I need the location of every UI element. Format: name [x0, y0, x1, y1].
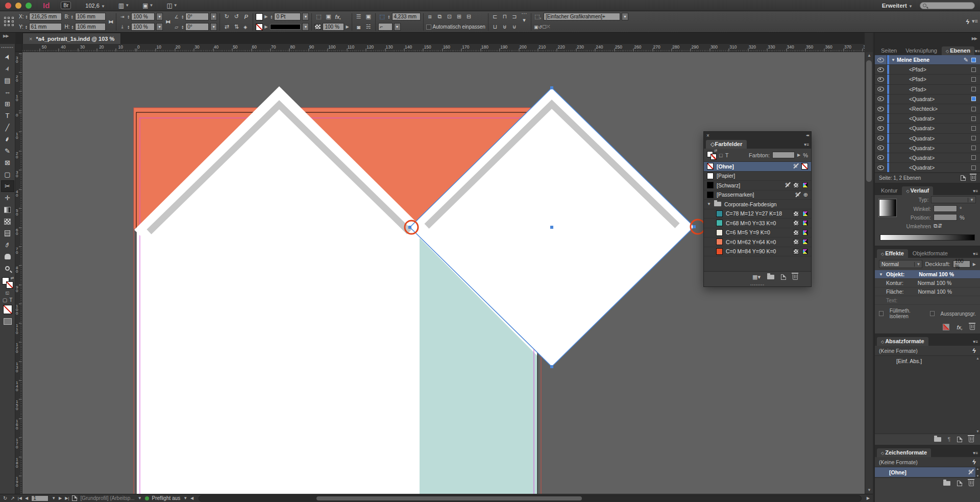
reference-point-proxy[interactable] — [4, 17, 14, 27]
new-style-group-icon[interactable] — [934, 437, 941, 442]
preflight-status-label[interactable]: Preflight aus — [152, 495, 181, 501]
effects-menu-icon[interactable]: fx, — [334, 14, 342, 20]
new-swatch-icon[interactable] — [781, 274, 786, 280]
layer-selection-square[interactable] — [971, 155, 976, 160]
folder-expand-icon[interactable]: ▼ — [707, 202, 711, 206]
visibility-toggle[interactable] — [875, 65, 887, 74]
corner-radius-field[interactable]: 4,233 mm — [392, 13, 421, 20]
width-field[interactable]: 106 mm — [75, 13, 106, 20]
wrap-none-icon[interactable]: ☰ — [355, 13, 363, 20]
fit-content-to-frame-icon[interactable]: ⧈ — [426, 13, 434, 20]
align-right-icon[interactable]: ⊐ — [510, 13, 519, 20]
constrain-scale-link-icon[interactable]: ⧓ — [165, 19, 170, 25]
layer-row[interactable]: ▼ <Quadrat> ✎ — [875, 134, 980, 144]
new-style-group-icon[interactable] — [943, 481, 950, 486]
visibility-toggle[interactable] — [875, 163, 887, 172]
visibility-toggle[interactable] — [875, 114, 887, 123]
reverse-gradient-icon[interactable]: ⧉⇵ — [934, 223, 942, 229]
scroll-down-icon[interactable]: ▼ — [865, 487, 873, 494]
note-tool[interactable] — [1, 227, 14, 239]
formatting-affects-container-icon[interactable]: □ — [719, 152, 723, 158]
collapse-panel-icon[interactable]: ◂◂ — [806, 133, 808, 137]
stroke-weight-field[interactable]: 0 Pt — [274, 13, 301, 20]
screen-mode-button[interactable] — [4, 318, 12, 325]
layer-selection-square[interactable] — [971, 87, 976, 91]
hand-tool[interactable] — [1, 251, 14, 262]
quick-apply-icon[interactable]: ϟ — [972, 347, 976, 354]
gap-tool[interactable]: ⇔ — [1, 86, 14, 98]
previous-page-icon[interactable]: ◀ — [25, 496, 28, 500]
delete-layer-icon[interactable] — [971, 175, 976, 181]
effects-panel-menu-icon[interactable]: ▾≡ — [973, 251, 978, 258]
wrap-object-shape-icon[interactable]: ◙ — [355, 24, 363, 30]
quick-apply-icon[interactable]: ϟ — [966, 18, 969, 26]
preflight-profile-label[interactable]: [Grundprofil] (Arbeitsp... — [80, 495, 134, 501]
swatch-row[interactable]: ▼ [Schwarz] ✎ ⊕ — [704, 181, 811, 190]
control-panel-menu-icon[interactable]: ▾≡ — [972, 18, 978, 26]
scroll-up-icon[interactable]: ▲ — [865, 52, 873, 59]
rectangle-tool[interactable]: ▢ — [1, 169, 14, 180]
anchor-bottom[interactable] — [550, 365, 553, 368]
share-icon[interactable]: ↗ — [10, 495, 14, 501]
add-effect-icon[interactable]: fx, — [957, 324, 963, 330]
rotate-ccw-icon[interactable]: ↺ — [232, 13, 240, 20]
layer-row[interactable]: ▼ Meine Ebene ✎ — [875, 55, 980, 65]
layer-row[interactable]: ▼ <Pfad> ✎ — [875, 75, 980, 84]
layer-row[interactable]: ▼ <Quadrat> ✎ — [875, 144, 980, 153]
layer-selection-square[interactable] — [971, 107, 976, 111]
fill-stroke-proxy[interactable]: ⇄ — [2, 277, 13, 289]
rotation-dropdown[interactable]: ▼ — [210, 13, 217, 20]
scroll-down-icon[interactable]: ▼ — [976, 429, 979, 433]
stroke-weight-dropdown[interactable]: ▼ — [302, 13, 309, 20]
layer-selection-square[interactable] — [971, 165, 976, 170]
close-panel-icon[interactable]: × — [706, 133, 709, 138]
flip-horizontal-icon[interactable]: ⇄ — [223, 23, 231, 30]
new-layer-icon[interactable] — [961, 175, 966, 181]
effects-target-row[interactable]: ▼ Kontur: Normal 100 % — [875, 279, 980, 288]
last-page-icon[interactable]: ▶| — [65, 496, 69, 500]
screen-mode-dropdown[interactable]: ▣▼ — [142, 2, 153, 9]
swatch-row[interactable]: ▼ C=78 M=12 Y=27 K=18 ✎ ⊕ — [704, 209, 811, 219]
opacity-arrow-icon[interactable]: ▶ — [973, 262, 976, 267]
visibility-toggle[interactable] — [875, 94, 887, 104]
swap-fill-stroke-icon[interactable]: ⇄ — [11, 276, 14, 280]
layer-row[interactable]: ▼ <Rechteck> ✎ — [875, 104, 980, 114]
rectangle-frame-tool[interactable]: ⊠ — [1, 157, 14, 169]
corner-shape-icon[interactable]: ⬚ — [378, 13, 386, 20]
scroll-up-icon[interactable]: ▲ — [976, 356, 979, 360]
profile-dropdown-icon[interactable]: ▼ — [138, 496, 142, 500]
scissors-tool[interactable]: ✂ — [1, 180, 14, 192]
opacity-field[interactable]: 100 % — [323, 23, 344, 31]
style-override-icon[interactable]: ▣↺ — [534, 25, 541, 30]
vertical-scroll-thumb[interactable] — [866, 60, 872, 182]
shear-dropdown[interactable]: ▼ — [210, 23, 217, 31]
new-style-icon[interactable] — [957, 437, 962, 442]
delete-style-icon[interactable] — [969, 437, 974, 442]
gradient-thumbnail[interactable] — [879, 199, 896, 217]
fill-swatch-arrow-icon[interactable]: ▶ — [264, 14, 267, 19]
paragraph-styles-menu-icon[interactable]: ▾≡ — [973, 339, 978, 346]
ruler-origin-corner[interactable] — [15, 44, 22, 52]
scale-y-field[interactable]: 100 % — [131, 23, 155, 31]
y-position-field[interactable]: 61 mm — [29, 23, 62, 31]
default-fill-stroke-icon[interactable]: ◱ — [6, 291, 10, 295]
sync-settings-icon[interactable]: ↻ — [3, 495, 7, 501]
formatting-affects-text-icon[interactable]: T — [725, 152, 729, 158]
tab-gradient[interactable]: ◇Verlauf — [902, 186, 933, 195]
corner-options-icon[interactable]: ⬚ — [314, 13, 323, 20]
effects-target-row[interactable]: ▼ Fläche: Normal 100 % — [875, 288, 980, 296]
pilcrow-icon[interactable]: ¶ — [948, 437, 950, 442]
visibility-toggle[interactable] — [875, 85, 887, 94]
visibility-toggle[interactable] — [875, 153, 887, 162]
height-field[interactable]: 106 mm — [75, 23, 106, 31]
gradient-feather-tool[interactable] — [1, 216, 14, 227]
swatch-row[interactable]: ▼ C=0 M=84 Y=90 K=0 ✎ ⊕ — [704, 247, 811, 257]
fill-stroke-proxy-small[interactable]: ⇄ — [707, 150, 717, 160]
close-window-button[interactable] — [5, 3, 11, 9]
new-style-icon[interactable] — [957, 481, 962, 486]
document-tab[interactable]: × *a4_portrait_1s.indd @ 103 % — [22, 33, 121, 44]
anchor-top[interactable] — [550, 86, 553, 89]
horizontal-scrollbar[interactable] — [199, 495, 862, 501]
layer-row[interactable]: ▼ <Quadrat> ✎ — [875, 153, 980, 163]
zoom-window-button[interactable] — [26, 3, 32, 9]
